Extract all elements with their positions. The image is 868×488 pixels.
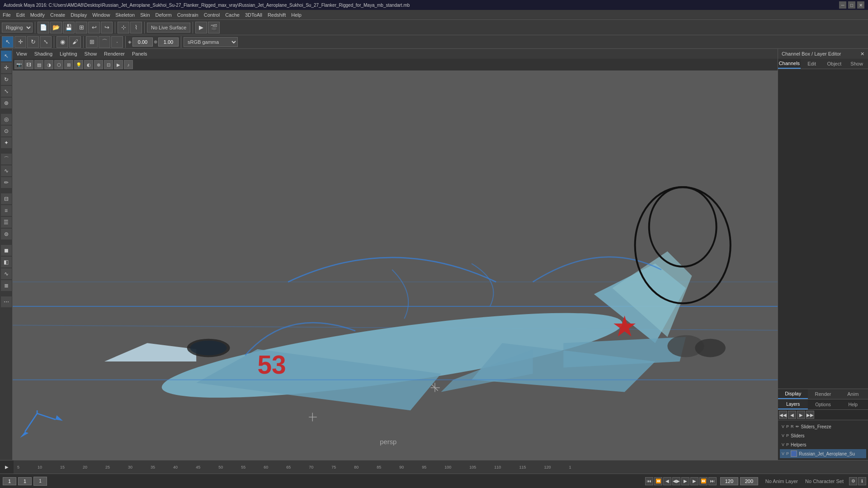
prev-frame-btn[interactable]: ◀ xyxy=(663,477,671,485)
tab-render[interactable]: Render xyxy=(808,389,838,399)
vp-sound-btn[interactable]: ♪ xyxy=(124,60,133,69)
settings-icon[interactable]: ⚙ xyxy=(849,477,857,485)
render-btn[interactable]: ▶ xyxy=(195,22,207,33)
snap-curve-btn[interactable]: ⌒ xyxy=(99,36,110,48)
vp-texture-btn[interactable]: ⊞ xyxy=(64,60,73,69)
vp-shading-btn[interactable]: ◑ xyxy=(44,60,53,69)
tab-edit[interactable]: Edit xyxy=(801,59,823,69)
layer-helpers[interactable]: V P Helpers xyxy=(780,440,866,449)
window-controls[interactable]: ─ □ ✕ xyxy=(839,1,864,9)
play-fwd-btn[interactable]: ▶ xyxy=(681,477,689,485)
tab-show[interactable]: Show xyxy=(845,59,868,69)
vp-playback-btn[interactable]: ▶ xyxy=(114,60,123,69)
soft-select-btn[interactable]: ◉ xyxy=(57,36,68,48)
more-tools-btn[interactable]: ⋯ xyxy=(1,296,12,307)
next-frame-btn[interactable]: ▶ xyxy=(690,477,698,485)
layer-fwd-btn[interactable]: ▶▶ xyxy=(806,411,814,419)
scale-btn[interactable]: ⤡ xyxy=(40,36,52,48)
menu-modify[interactable]: Modify xyxy=(30,12,45,18)
layer-prev-btn[interactable]: ◀ xyxy=(788,411,796,419)
prev-key-btn[interactable]: ⏪ xyxy=(654,477,662,485)
save-btn[interactable]: 💾 xyxy=(63,22,75,33)
render-view-btn[interactable]: ◼ xyxy=(1,245,12,256)
move-btn[interactable]: ✛ xyxy=(14,36,26,48)
layer-editor-btn[interactable]: ⊟ xyxy=(1,193,12,204)
ep-curve-btn[interactable]: ∿ xyxy=(1,165,12,176)
windshield-circle[interactable] xyxy=(213,86,234,107)
flap-l-circle[interactable] xyxy=(304,86,325,107)
soft-mod-btn[interactable]: ◎ xyxy=(1,114,12,125)
layer-p3[interactable]: P xyxy=(786,442,789,447)
dope-sheet-btn[interactable]: ≣ xyxy=(1,280,12,291)
layer-sliders[interactable]: V P Sliders xyxy=(780,431,866,440)
menu-cache[interactable]: Cache xyxy=(225,12,240,18)
value1-input[interactable]: 0.00 xyxy=(132,38,153,47)
graph-editor-btn[interactable]: ∿ xyxy=(1,268,12,279)
value2-input[interactable]: 1.00 xyxy=(158,38,179,47)
big-circle-controller[interactable] xyxy=(665,171,714,234)
sculpt-btn[interactable]: ⊙ xyxy=(1,126,12,136)
vp-isolate-btn[interactable]: ⊕ xyxy=(94,60,103,69)
nozzle-circle[interactable] xyxy=(424,155,444,175)
info-icon[interactable]: ℹ xyxy=(858,477,866,485)
vp-display-btn[interactable]: ▤ xyxy=(34,60,43,69)
go-end-btn[interactable]: ⏭ xyxy=(708,477,717,485)
play-back-btn[interactable]: ◀▶ xyxy=(672,477,680,485)
layer-v3[interactable]: V xyxy=(782,442,784,447)
connection-editor-btn[interactable]: ⊜ xyxy=(1,229,12,239)
ipr-btn[interactable]: 🎬 xyxy=(208,22,220,33)
tab-layers[interactable]: Layers xyxy=(778,399,808,409)
timeline-area[interactable]: ▶ 5 10 15 20 25 30 35 40 45 50 55 60 65 … xyxy=(0,460,868,474)
outliner-btn[interactable]: ☰ xyxy=(1,217,12,228)
tab-anim[interactable]: Anim xyxy=(838,389,868,399)
rudder-height-circle[interactable] xyxy=(394,91,415,112)
next-key-btn[interactable]: ⏩ xyxy=(699,477,708,485)
universal-manip-btn[interactable]: ⊛ xyxy=(1,98,12,108)
menu-3dtoall[interactable]: 3DToAll xyxy=(245,12,262,18)
curve-tool-btn[interactable]: ⌒ xyxy=(1,154,12,164)
vp-menu-lighting[interactable]: Lighting xyxy=(60,51,77,56)
menu-window[interactable]: Window xyxy=(92,12,110,18)
layer-p2[interactable]: P xyxy=(786,433,789,438)
select-obj-btn[interactable]: ↖ xyxy=(2,36,14,48)
close-btn[interactable]: ✕ xyxy=(857,1,864,9)
tab-options[interactable]: Options xyxy=(808,399,838,409)
menu-redshift[interactable]: Redshift xyxy=(268,12,286,18)
open-btn[interactable]: 📂 xyxy=(50,22,62,33)
tab-display[interactable]: Display xyxy=(778,389,808,399)
snap-point-btn[interactable]: · xyxy=(111,36,123,48)
vp-camera-btn[interactable]: 📷 xyxy=(14,60,24,69)
layer-p4[interactable]: P xyxy=(786,451,789,456)
tab-object[interactable]: Object xyxy=(823,59,846,69)
select-tool[interactable]: ⊹ xyxy=(118,22,129,33)
layer-p1[interactable]: P xyxy=(786,424,789,429)
snap-grid-btn[interactable]: ⊞ xyxy=(86,36,98,48)
menu-constrain[interactable]: Constrain xyxy=(177,12,198,18)
panel-close-icon[interactable]: ✕ xyxy=(860,51,864,57)
vp-resolution-btn[interactable]: ⊡ xyxy=(104,60,113,69)
layer-back-btn[interactable]: ◀◀ xyxy=(779,411,787,419)
save-increment-btn[interactable]: ⊞ xyxy=(75,22,87,33)
vp-light-btn[interactable]: 💡 xyxy=(74,60,83,69)
airbrake-circle[interactable] xyxy=(245,86,265,107)
menu-file[interactable]: File xyxy=(3,12,11,18)
timeline-ruler[interactable]: 5 10 15 20 25 30 35 40 45 50 55 60 65 70… xyxy=(14,465,868,469)
live-surface-btn[interactable]: No Live Surface xyxy=(147,23,190,33)
new-btn[interactable]: 📄 xyxy=(38,22,49,33)
vp-menu-show[interactable]: Show xyxy=(85,51,97,56)
hypershade-btn[interactable]: ◧ xyxy=(1,257,12,267)
vp-menu-shading[interactable]: Shading xyxy=(34,51,52,56)
paint-select-btn[interactable]: ✦ xyxy=(1,137,12,148)
layer-v2[interactable]: V xyxy=(782,433,784,438)
viewport[interactable]: View Shading Lighting Show Renderer Pane… xyxy=(13,49,778,460)
layer-russian-jet[interactable]: V P Russian_Jet_Aeroplane_Su xyxy=(780,449,866,458)
landing-gear-circle[interactable] xyxy=(274,91,295,112)
start-frame-input[interactable] xyxy=(18,477,32,485)
rigging-select[interactable]: Rigging xyxy=(2,23,33,33)
vp-film-btn[interactable]: 🎞 xyxy=(24,60,33,69)
minimize-btn[interactable]: ─ xyxy=(839,1,846,9)
playback-end-input[interactable] xyxy=(740,477,758,485)
flapr-circle[interactable] xyxy=(334,86,355,107)
menu-edit[interactable]: Edit xyxy=(16,12,25,18)
vp-wire-btn[interactable]: ⬡ xyxy=(54,60,63,69)
